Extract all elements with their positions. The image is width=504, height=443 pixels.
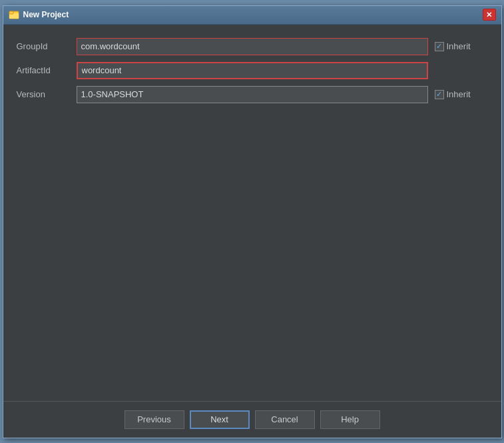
version-label: Version <box>17 89 70 99</box>
window-icon <box>9 9 19 20</box>
svg-rect-2 <box>9 11 13 14</box>
artifactid-row: ArtifactId Inherit <box>17 62 488 79</box>
groupid-input[interactable] <box>77 38 428 55</box>
version-input[interactable] <box>77 86 428 103</box>
previous-button[interactable]: Previous <box>125 410 184 429</box>
close-button[interactable]: ✕ <box>483 9 496 21</box>
groupid-row: GroupId Inherit <box>17 38 488 55</box>
groupid-inherit-label: Inherit <box>447 41 471 51</box>
version-input-area: Version <box>17 86 428 103</box>
cancel-button[interactable]: Cancel <box>255 410 315 429</box>
version-inherit-checkbox[interactable] <box>435 90 444 99</box>
help-button[interactable]: Help <box>320 410 380 429</box>
groupid-inherit-checkbox[interactable] <box>435 42 444 51</box>
form-content: GroupId Inherit ArtifactId Inherit <box>3 25 501 401</box>
version-inherit-area: Inherit <box>435 89 488 99</box>
artifactid-label: ArtifactId <box>17 65 70 75</box>
window-title: New Project <box>23 10 483 19</box>
content-spacer <box>17 103 488 394</box>
version-row: Version Inherit <box>17 86 488 103</box>
next-button[interactable]: Next <box>190 410 250 429</box>
groupid-input-area: GroupId <box>17 38 428 55</box>
form-area: GroupId Inherit ArtifactId Inherit <box>17 38 488 103</box>
artifactid-input[interactable] <box>77 62 428 79</box>
new-project-window: New Project ✕ GroupId Inherit ArtifactId <box>3 5 502 438</box>
groupid-label: GroupId <box>17 41 70 51</box>
footer: Previous Next Cancel Help <box>3 401 501 438</box>
titlebar: New Project ✕ <box>3 6 501 25</box>
artifactid-input-area: ArtifactId <box>17 62 428 79</box>
version-inherit-label: Inherit <box>447 89 471 99</box>
groupid-inherit-area: Inherit <box>435 41 488 51</box>
